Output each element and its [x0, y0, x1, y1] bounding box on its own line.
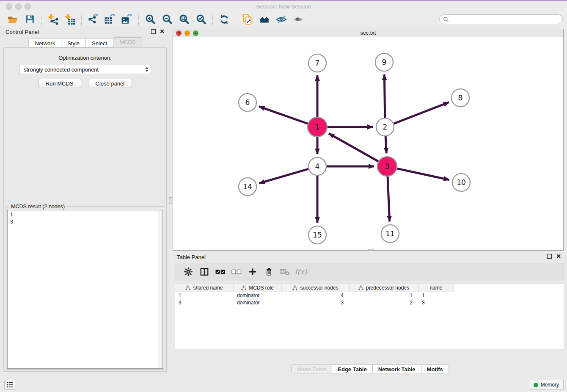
- tab-motifs[interactable]: Motifs: [421, 364, 449, 373]
- network-view-window[interactable]: × − + scc.txt 7968124314101511: [173, 29, 564, 251]
- tab-network[interactable]: Network: [28, 39, 61, 47]
- float-table-panel-icon[interactable]: [547, 254, 552, 259]
- result-scrollbar[interactable]: [158, 210, 162, 368]
- tab-network-table[interactable]: Network Table: [372, 364, 421, 373]
- toolbar-separator: [236, 14, 236, 25]
- export-image-icon: [121, 14, 133, 25]
- session-title: Session: New Session: [0, 1, 567, 12]
- network-minimize-icon[interactable]: −: [184, 30, 190, 36]
- graph-node-14[interactable]: 14: [239, 178, 256, 196]
- export-table-button[interactable]: [102, 13, 118, 26]
- zoom-fit-icon: [179, 14, 190, 25]
- home-button[interactable]: [256, 13, 273, 26]
- node-label: 8: [458, 94, 463, 102]
- zoom-out-icon: [162, 14, 173, 25]
- delete-table-button[interactable]: [277, 265, 293, 279]
- float-panel-icon[interactable]: [151, 29, 156, 34]
- open-session-button[interactable]: [4, 13, 21, 26]
- close-window-icon[interactable]: [6, 3, 12, 10]
- function-builder-button[interactable]: f(x): [293, 265, 309, 279]
- graph-node-15[interactable]: 15: [308, 226, 326, 244]
- memory-button[interactable]: Memory: [529, 380, 564, 390]
- edge-3-10[interactable]: [397, 168, 449, 180]
- network-graph-canvas[interactable]: 7968124314101511: [173, 38, 563, 251]
- dropdown-stepper-icon: [145, 67, 149, 72]
- maximize-window-icon[interactable]: [25, 3, 31, 10]
- tab-node-table[interactable]: Node Table: [291, 364, 332, 373]
- zoom-selected-button[interactable]: [193, 13, 209, 26]
- criterion-dropdown[interactable]: strongly connected component: [19, 65, 151, 74]
- export-network-button[interactable]: [85, 13, 102, 26]
- node-label: 6: [245, 98, 250, 107]
- minimize-window-icon[interactable]: [15, 3, 22, 10]
- edge-2-3[interactable]: [385, 136, 386, 153]
- task-history-button[interactable]: [4, 380, 16, 390]
- close-panel-button[interactable]: Close panel: [88, 79, 132, 88]
- column-header-name[interactable]: name: [418, 284, 454, 292]
- network-splitter-handle[interactable]: [368, 249, 374, 251]
- refresh-layout-button[interactable]: [216, 13, 233, 26]
- search-field[interactable]: [439, 14, 563, 24]
- graph-node-6[interactable]: 6: [239, 94, 256, 111]
- network-zoom-icon[interactable]: +: [193, 30, 198, 36]
- edge-3-11[interactable]: [388, 177, 390, 221]
- zoom-selected-icon: [195, 14, 207, 25]
- edge-4-14[interactable]: [259, 169, 308, 183]
- table-row[interactable]: 3dominator323: [175, 299, 564, 306]
- table-row[interactable]: 1dominator411: [175, 292, 564, 299]
- search-input[interactable]: [451, 17, 559, 22]
- tab-edge-table[interactable]: Edge Table: [332, 364, 372, 373]
- import-table-button[interactable]: [61, 13, 78, 26]
- graph-node-11[interactable]: 11: [381, 225, 399, 243]
- panel-splitter-handle[interactable]: [169, 197, 172, 204]
- table-panel-title: Table Panel: [177, 254, 206, 260]
- delete-column-button[interactable]: [261, 265, 277, 279]
- zoom-fit-button[interactable]: [176, 13, 193, 26]
- show-all-button[interactable]: [290, 13, 307, 26]
- export-image-button[interactable]: [118, 13, 135, 26]
- column-header-successor-nodes[interactable]: successor nodes: [282, 284, 350, 292]
- column-header-predecessor-nodes[interactable]: predecessor nodes: [350, 284, 418, 292]
- save-session-button[interactable]: [21, 13, 38, 26]
- graph-node-8[interactable]: 8: [451, 89, 469, 107]
- tab-mcds[interactable]: MCDS: [113, 37, 142, 47]
- column-header-shared-name[interactable]: shared name: [175, 284, 234, 292]
- graph-node-2[interactable]: 2: [376, 118, 394, 136]
- close-panel-icon[interactable]: ✕: [160, 28, 165, 35]
- add-column-button[interactable]: [245, 265, 261, 279]
- graph-node-9[interactable]: 9: [375, 53, 393, 71]
- close-table-panel-icon[interactable]: ✕: [556, 253, 561, 259]
- select-all-checkboxes-button[interactable]: [212, 265, 228, 279]
- run-mcds-button[interactable]: Run MCDS: [38, 79, 81, 88]
- edge-2-8[interactable]: [394, 102, 449, 124]
- network-close-icon[interactable]: ×: [176, 30, 182, 36]
- export-table-icon: [104, 14, 116, 25]
- node-table[interactable]: shared nameMCDS rolesuccessor nodesprede…: [175, 284, 564, 349]
- tab-select[interactable]: Select: [85, 39, 113, 47]
- main-titlebar[interactable]: Session: New Session: [0, 1, 567, 12]
- zoom-out-button[interactable]: [159, 13, 176, 26]
- graph-node-3[interactable]: 3: [377, 157, 397, 176]
- import-network-button[interactable]: [44, 13, 61, 26]
- edge-1-6[interactable]: [259, 107, 308, 124]
- network-window-titlebar[interactable]: × − + scc.txt: [173, 29, 563, 37]
- status-bar: Memory: [0, 377, 567, 392]
- column-header-mcds-role[interactable]: MCDS role: [234, 284, 282, 292]
- mcds-panel: Optimization criterion: strongly connect…: [3, 47, 167, 372]
- graph-node-1[interactable]: 1: [308, 117, 327, 137]
- tab-style[interactable]: Style: [61, 39, 86, 47]
- clone-network-button[interactable]: [239, 13, 256, 26]
- zoom-in-button[interactable]: [142, 13, 159, 26]
- table-settings-button[interactable]: [180, 265, 196, 279]
- hide-selected-button[interactable]: [273, 13, 290, 26]
- tree-hierarchy-icon: [241, 285, 246, 290]
- graph-node-4[interactable]: 4: [308, 157, 326, 175]
- edge-2-9[interactable]: [384, 75, 385, 118]
- mcds-result-area[interactable]: 13: [7, 210, 163, 369]
- edge-3-1[interactable]: [329, 133, 378, 161]
- table-header-row: shared nameMCDS rolesuccessor nodesprede…: [175, 284, 564, 292]
- graph-node-7[interactable]: 7: [308, 54, 326, 72]
- deselect-checkboxes-button[interactable]: [228, 265, 245, 279]
- graph-node-10[interactable]: 10: [452, 174, 470, 191]
- split-columns-button[interactable]: [196, 265, 212, 279]
